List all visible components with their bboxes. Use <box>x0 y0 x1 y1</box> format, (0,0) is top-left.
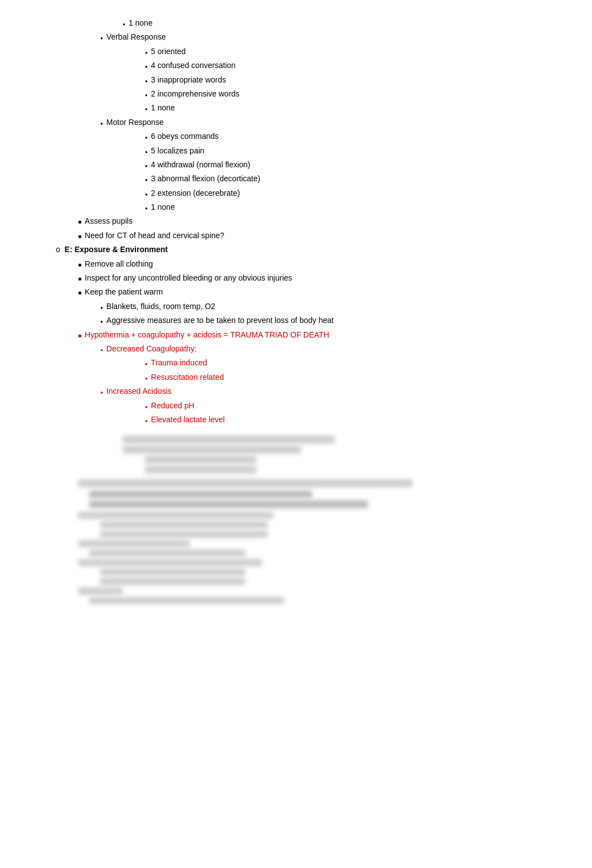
motor-item-0-text: 6 obeys commands <box>151 130 219 142</box>
acidosis-item-0-text: Reduced pH <box>151 399 195 412</box>
verbal-item-3-text: 2 incomprehensive words <box>151 88 240 100</box>
verbal-item-1: 4 confused conversation <box>145 59 559 71</box>
need-ct-text: Need for CT of head and cervical spine? <box>85 229 224 242</box>
blurred-section-2 <box>33 479 559 604</box>
motor-item-1-text: 5 localizes pain <box>151 144 205 157</box>
acidosis-item-0: Reduced pH <box>145 399 559 412</box>
need-ct-item: Need for CT of head and cervical spine? <box>33 229 559 242</box>
hypothermia-item: Hypothermia + coagulopathy + acidosis = … <box>33 329 559 341</box>
remove-clothing-text: Remove all clothing <box>85 258 153 270</box>
increased-acidosis-text: Increased Acidosis <box>106 385 172 397</box>
verbal-item-4-text: 1 none <box>151 102 175 114</box>
coagulopathy-item-0: Trauma induced <box>145 356 559 369</box>
coagulopathy-items-list: Trauma induced Resuscitation related <box>33 356 559 383</box>
blurred-section-2-sub3 <box>78 587 559 604</box>
decreased-coagulopathy-text: Decreased Coagulopathy: <box>106 343 197 355</box>
blurred-section-2-sub2 <box>78 540 559 585</box>
verbal-item-2: 3 inappropriate words <box>145 74 559 86</box>
hypothermia-text: Hypothermia + coagulopathy + acidosis = … <box>85 329 329 341</box>
verbal-response-item: Verbal Response <box>33 31 559 43</box>
blurred-section-2-sub <box>78 512 559 538</box>
motor-item-2: 4 withdrawal (normal flexion) <box>145 158 559 171</box>
bullet-1-none-text: 1 none <box>129 17 153 29</box>
acidosis-items-list: Reduced pH Elevated lactate level <box>33 399 559 426</box>
warm-item-1-text: Aggressive measures are to be taken to p… <box>106 314 334 326</box>
blurred-section-1 <box>33 436 559 474</box>
decreased-coagulopathy-item: Decreased Coagulopathy: <box>33 343 559 355</box>
coagulopathy-item-1: Resuscitation related <box>145 371 559 383</box>
motor-response-item: Motor Response <box>33 116 559 128</box>
verbal-item-0-text: 5 oriented <box>151 45 186 57</box>
warm-items-list: Blankets, fluids, room temp, O2 Aggressi… <box>33 300 559 327</box>
motor-item-0: 6 obeys commands <box>145 130 559 142</box>
verbal-response-label: Verbal Response <box>106 31 166 43</box>
verbal-item-2-text: 3 inappropriate words <box>151 74 226 86</box>
motor-response-label: Motor Response <box>106 116 164 128</box>
acidosis-item-1-text: Elevated lactate level <box>151 413 225 426</box>
coagulopathy-item-1-text: Resuscitation related <box>151 371 224 383</box>
motor-item-2-text: 4 withdrawal (normal flexion) <box>151 158 250 171</box>
inspect-item: Inspect for any uncontrolled bleeding or… <box>33 272 559 284</box>
motor-item-5-text: 1 none <box>151 201 175 213</box>
verbal-item-1-text: 4 confused conversation <box>151 59 236 71</box>
keep-warm-text: Keep the patient warm <box>85 286 163 298</box>
exposure-label: E: Exposure & Environment <box>65 243 168 255</box>
exposure-bold-text: E: Exposure & Environment <box>65 245 168 254</box>
warm-item-0: Blankets, fluids, room temp, O2 <box>100 300 559 312</box>
motor-item-4-text: 2 extension (decerebrate) <box>151 187 240 199</box>
motor-item-1: 5 localizes pain <box>145 144 559 157</box>
warm-item-1: Aggressive measures are to be taken to p… <box>100 314 559 326</box>
bullet-1-none: 1 none <box>33 17 559 29</box>
verbal-item-4: 1 none <box>145 102 559 114</box>
motor-item-5: 1 none <box>145 201 559 213</box>
keep-warm-item: Keep the patient warm <box>33 286 559 298</box>
assess-pupils-text: Assess pupils <box>85 215 133 227</box>
motor-item-4: 2 extension (decerebrate) <box>145 187 559 199</box>
verbal-item-3: 2 incomprehensive words <box>145 88 559 100</box>
verbal-item-0: 5 oriented <box>145 45 559 57</box>
warm-item-0-text: Blankets, fluids, room temp, O2 <box>106 300 215 312</box>
increased-acidosis-item: Increased Acidosis <box>33 385 559 397</box>
coagulopathy-item-0-text: Trauma induced <box>151 356 207 369</box>
inspect-text: Inspect for any uncontrolled bleeding or… <box>85 272 292 284</box>
remove-clothing-item: Remove all clothing <box>33 258 559 270</box>
motor-item-3-text: 3 abnormal flexion (decorticate) <box>151 172 260 185</box>
page-content: 1 none Verbal Response 5 oriented 4 conf… <box>33 11 559 604</box>
motor-items-list: 6 obeys commands 5 localizes pain 4 with… <box>33 130 559 213</box>
motor-item-3: 3 abnormal flexion (decorticate) <box>145 172 559 185</box>
assess-pupils-item: Assess pupils <box>33 215 559 227</box>
verbal-items-list: 5 oriented 4 confused conversation 3 ina… <box>33 45 559 114</box>
exposure-section: E: Exposure & Environment <box>33 243 559 255</box>
acidosis-item-1: Elevated lactate level <box>145 413 559 426</box>
